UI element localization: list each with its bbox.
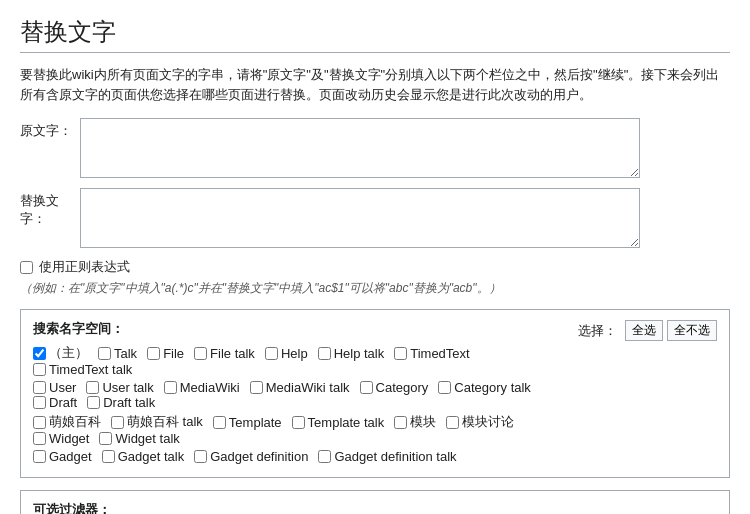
ns-moegirlpedia-label: 萌娘百科 [49, 413, 101, 431]
ns-file-talk-checkbox[interactable] [194, 347, 207, 360]
ns-draft-talk-checkbox[interactable] [87, 396, 100, 409]
use-regex-checkbox[interactable] [20, 261, 33, 274]
ns-template-talk-label: Template talk [308, 415, 385, 430]
ns-widget-label: Widget [49, 431, 89, 446]
ns-talk-checkbox[interactable] [98, 347, 111, 360]
select-label: 选择： [578, 322, 617, 340]
ns-template-checkbox[interactable] [213, 416, 226, 429]
ns-moegirlpedia-checkbox[interactable] [33, 416, 46, 429]
ns-gadget-talk-label: Gadget talk [118, 449, 185, 464]
ns-module-talk-label: 模块讨论 [462, 413, 514, 431]
ns-main-checkbox[interactable] [33, 347, 46, 360]
ns-draft-talk-label: Draft talk [103, 395, 155, 410]
ns-mediawiki-checkbox[interactable] [164, 381, 177, 394]
ns-gadget-checkbox[interactable] [33, 450, 46, 463]
use-regex-label: 使用正则表达式 [39, 258, 130, 276]
original-label: 原文字： [20, 118, 80, 140]
ns-file-label: File [163, 346, 184, 361]
ns-category-label: Category [376, 380, 429, 395]
ns-help-checkbox[interactable] [265, 347, 278, 360]
ns-widget-talk-checkbox[interactable] [99, 432, 112, 445]
ns-gadget-label: Gadget [49, 449, 92, 464]
regex-hint: （例如：在"原文字"中填入"a(.*)c"并在"替换文字"中填入"ac$1"可以… [20, 280, 730, 297]
replacement-label: 替换文字： [20, 188, 80, 228]
ns-widget-talk-label: Widget talk [115, 431, 179, 446]
ns-user-talk-label: User talk [102, 380, 153, 395]
filter-section: 可选过滤器： 仅替换该分类中的页面： 仅替换带该前缀页面： [20, 490, 730, 514]
ns-draft-checkbox[interactable] [33, 396, 46, 409]
ns-help-talk-label: Help talk [334, 346, 385, 361]
ns-gadget-def-checkbox[interactable] [194, 450, 207, 463]
ns-gadget-talk-checkbox[interactable] [102, 450, 115, 463]
ns-main-label: （主） [49, 344, 88, 362]
original-textarea[interactable] [80, 118, 640, 178]
ns-mediawiki-talk-checkbox[interactable] [250, 381, 263, 394]
ns-file-talk-label: File talk [210, 346, 255, 361]
ns-moegirlpedia-talk-checkbox[interactable] [111, 416, 124, 429]
ns-user-checkbox[interactable] [33, 381, 46, 394]
ns-gadget-def-talk-label: Gadget definition talk [334, 449, 456, 464]
namespace-section-title: 搜索名字空间： [33, 320, 578, 338]
ns-module-label: 模块 [410, 413, 436, 431]
ns-user-label: User [49, 380, 76, 395]
ns-category-talk-checkbox[interactable] [438, 381, 451, 394]
replacement-textarea[interactable] [80, 188, 640, 248]
ns-moegirlpedia-talk-label: 萌娘百科 talk [127, 413, 203, 431]
page-title: 替换文字 [20, 16, 730, 53]
ns-timedtext-talk-label: TimedText talk [49, 362, 132, 377]
description: 要替换此wiki内所有页面文字的字串，请将"原文字"及"替换文字"分别填入以下两… [20, 65, 730, 104]
ns-template-talk-checkbox[interactable] [292, 416, 305, 429]
ns-timedtext-checkbox[interactable] [394, 347, 407, 360]
ns-template-label: Template [229, 415, 282, 430]
ns-module-checkbox[interactable] [394, 416, 407, 429]
ns-widget-checkbox[interactable] [33, 432, 46, 445]
select-all-button[interactable]: 全选 [625, 320, 663, 341]
ns-timedtext-talk-checkbox[interactable] [33, 363, 46, 376]
filter-section-title: 可选过滤器： [33, 501, 717, 514]
ns-file-checkbox[interactable] [147, 347, 160, 360]
ns-draft-label: Draft [49, 395, 77, 410]
ns-mediawiki-label: MediaWiki [180, 380, 240, 395]
ns-gadget-def-label: Gadget definition [210, 449, 308, 464]
ns-help-talk-checkbox[interactable] [318, 347, 331, 360]
ns-timedtext-label: TimedText [410, 346, 469, 361]
ns-mediawiki-talk-label: MediaWiki talk [266, 380, 350, 395]
ns-module-talk-checkbox[interactable] [446, 416, 459, 429]
ns-gadget-def-talk-checkbox[interactable] [318, 450, 331, 463]
deselect-all-button[interactable]: 全不选 [667, 320, 717, 341]
ns-user-talk-checkbox[interactable] [86, 381, 99, 394]
ns-talk-label: Talk [114, 346, 137, 361]
ns-help-label: Help [281, 346, 308, 361]
namespace-section: 搜索名字空间： （主） Talk File File talk Help Hel… [20, 309, 730, 478]
ns-category-checkbox[interactable] [360, 381, 373, 394]
ns-category-talk-label: Category talk [454, 380, 531, 395]
